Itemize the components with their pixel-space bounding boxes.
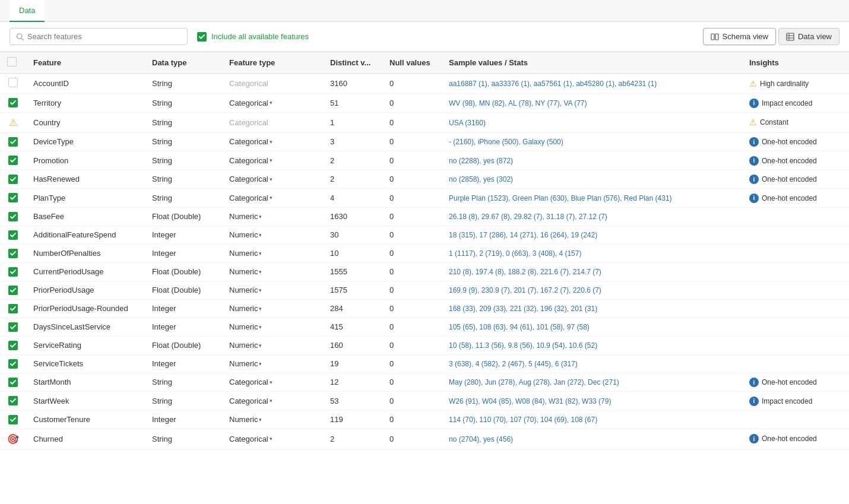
row-checkbox[interactable] (8, 267, 18, 277)
row-feature-type[interactable]: Categorical ▾ (222, 132, 323, 151)
row-checkbox[interactable] (8, 193, 18, 202)
row-checkbox-cell[interactable] (0, 299, 26, 318)
row-checkbox[interactable] (8, 322, 18, 332)
row-checkbox[interactable] (8, 359, 18, 369)
row-checkbox[interactable] (8, 98, 18, 107)
row-checkbox-cell[interactable] (0, 373, 26, 392)
feature-type-text: Categorical (229, 194, 268, 202)
row-feature-name: Churned (26, 429, 145, 449)
row-checkbox[interactable] (8, 78, 18, 87)
sample-text: 105 (65), 108 (63), 94 (61), 101 (58), 9… (449, 323, 590, 331)
row-checkbox[interactable] (8, 212, 18, 221)
row-feature-type[interactable]: Categorical ▾ (222, 151, 323, 170)
row-feature-type[interactable]: Numeric ▾ (222, 410, 323, 429)
row-checkbox-cell[interactable] (0, 189, 26, 208)
row-feature-type[interactable]: Categorical ▾ (222, 170, 323, 189)
feature-type-dropdown[interactable]: Numeric ▾ (229, 286, 262, 294)
features-table: Feature Data type Feature type Distinct … (0, 52, 849, 449)
feature-type-text: Categorical (229, 397, 268, 405)
row-feature-type[interactable]: Numeric ▾ (222, 244, 323, 262)
row-checkbox[interactable] (8, 249, 18, 258)
row-data-type: Float (Double) (145, 207, 222, 226)
dropdown-arrow-icon: ▾ (270, 398, 273, 404)
feature-type-dropdown[interactable]: Categorical ▾ (229, 378, 273, 386)
row-checkbox-cell[interactable] (0, 151, 26, 170)
row-checkbox-cell[interactable] (0, 94, 26, 113)
row-insights: i One-hot encoded (742, 132, 849, 151)
warning-badge-icon: ⚠ (749, 79, 757, 88)
row-checkbox-cell[interactable] (0, 281, 26, 299)
row-checkbox-cell[interactable] (0, 318, 26, 336)
feature-type-dropdown[interactable]: Categorical ▾ (229, 137, 273, 146)
row-sample-values: no (2288), yes (872) (442, 151, 742, 170)
row-checkbox[interactable] (8, 175, 18, 184)
row-feature-type[interactable]: Categorical ▾ (222, 373, 323, 392)
feature-type-dropdown[interactable]: Numeric ▾ (229, 359, 262, 368)
feature-type-dropdown[interactable]: Categorical ▾ (229, 397, 273, 405)
row-checkbox-cell[interactable] (0, 132, 26, 151)
feature-type-dropdown[interactable]: Numeric ▾ (229, 304, 262, 313)
row-feature-type[interactable]: Numeric ▾ (222, 299, 323, 318)
feature-type-dropdown[interactable]: Numeric ▾ (229, 249, 262, 258)
row-feature-type[interactable]: Categorical ▾ (222, 429, 323, 449)
row-checkbox[interactable] (8, 304, 18, 313)
info-icon: i (749, 194, 759, 203)
row-checkbox[interactable] (8, 378, 18, 387)
feature-type-dropdown[interactable]: Numeric ▾ (229, 267, 262, 276)
feature-type-dropdown[interactable]: Categorical ▾ (229, 435, 273, 443)
schema-view-button[interactable]: Schema view (703, 28, 776, 45)
row-feature-type[interactable]: Numeric ▾ (222, 226, 323, 244)
row-sample-values: 169.9 (9), 230.9 (7), 201 (7), 167.2 (7)… (442, 281, 742, 299)
feature-type-dropdown[interactable]: Categorical ▾ (229, 156, 273, 165)
feature-type-dropdown[interactable]: Categorical ▾ (229, 99, 273, 107)
feature-type-dropdown[interactable]: Numeric ▾ (229, 212, 262, 221)
row-feature-type[interactable]: Numeric ▾ (222, 207, 323, 226)
row-checkbox[interactable] (8, 137, 18, 147)
header-checkbox[interactable] (0, 52, 26, 74)
table-row: PriorPeriodUsage-RoundedInteger Numeric … (0, 299, 849, 318)
row-checkbox-cell[interactable] (0, 74, 26, 94)
feature-type-dropdown[interactable]: Numeric ▾ (229, 322, 262, 331)
row-checkbox[interactable] (8, 156, 18, 165)
row-feature-type[interactable]: Numeric ▾ (222, 281, 323, 299)
row-checkbox-cell[interactable]: 🎯 (0, 429, 26, 449)
row-feature-type[interactable]: Categorical ▾ (222, 94, 323, 113)
dropdown-arrow-icon: ▾ (259, 417, 262, 423)
row-checkbox-cell[interactable] (0, 170, 26, 189)
row-feature-type[interactable]: Numeric ▾ (222, 336, 323, 354)
row-sample-values: no (2858), yes (302) (442, 170, 742, 189)
row-null-values: 0 (382, 170, 442, 189)
row-feature-name: AccountID (26, 74, 145, 94)
row-checkbox[interactable] (8, 230, 18, 240)
search-input[interactable] (27, 32, 181, 41)
row-checkbox[interactable] (8, 286, 18, 295)
row-feature-type[interactable]: Numeric ▾ (222, 318, 323, 336)
row-sample-values: 26.18 (8), 29.67 (8), 29.82 (7), 31.18 (… (442, 207, 742, 226)
row-feature-type[interactable]: Categorical ▾ (222, 189, 323, 208)
feature-type-dropdown[interactable]: Categorical ▾ (229, 194, 273, 202)
feature-type-dropdown[interactable]: Numeric ▾ (229, 415, 262, 424)
row-null-values: 0 (382, 354, 442, 373)
feature-type-dropdown[interactable]: Numeric ▾ (229, 230, 262, 239)
row-feature-type[interactable]: Numeric ▾ (222, 262, 323, 281)
row-checkbox[interactable] (8, 396, 18, 405)
row-checkbox-cell[interactable] (0, 207, 26, 226)
row-checkbox-cell[interactable] (0, 392, 26, 411)
row-feature-name: Promotion (26, 151, 145, 170)
row-checkbox-cell[interactable] (0, 244, 26, 262)
row-checkbox-cell[interactable]: ⚠ (0, 112, 26, 132)
row-checkbox-cell[interactable] (0, 354, 26, 373)
row-checkbox-cell[interactable] (0, 262, 26, 281)
row-checkbox-cell[interactable] (0, 336, 26, 354)
row-feature-type[interactable]: Categorical ▾ (222, 392, 323, 411)
row-feature-type[interactable]: Numeric ▾ (222, 354, 323, 373)
row-checkbox-cell[interactable] (0, 226, 26, 244)
data-view-button[interactable]: Data view (778, 28, 840, 45)
row-checkbox[interactable] (8, 341, 18, 350)
tab-data[interactable]: Data (9, 0, 45, 22)
include-all-checkbox[interactable] (197, 32, 207, 42)
row-checkbox[interactable] (8, 415, 18, 424)
feature-type-dropdown[interactable]: Numeric ▾ (229, 341, 262, 350)
feature-type-dropdown[interactable]: Categorical ▾ (229, 175, 273, 183)
row-checkbox-cell[interactable] (0, 410, 26, 429)
